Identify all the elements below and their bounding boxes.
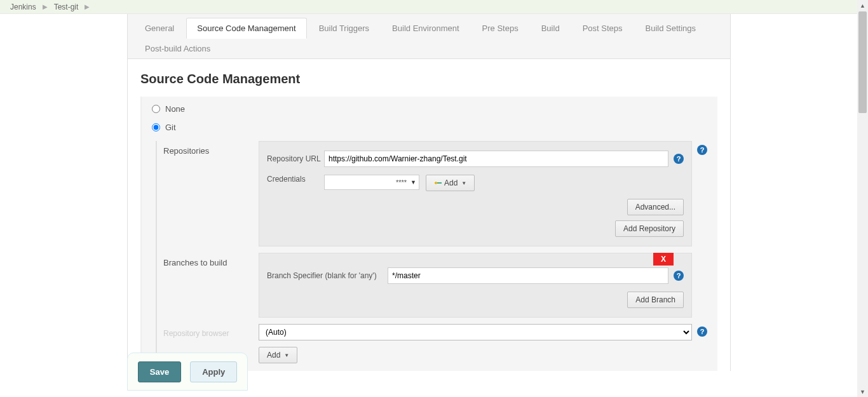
scroll-up-arrow[interactable]: ▲ bbox=[857, 0, 868, 11]
advanced-button[interactable]: Advanced... bbox=[627, 199, 684, 215]
credentials-label: Credentials bbox=[267, 175, 324, 184]
repositories-label: Repositories bbox=[163, 141, 259, 246]
page-title: Source Code Management bbox=[140, 72, 717, 86]
add-behaviour-label: Add bbox=[267, 351, 280, 360]
chevron-right-icon: ▶ bbox=[85, 3, 90, 10]
radio-git[interactable] bbox=[152, 123, 160, 131]
repo-url-input[interactable] bbox=[324, 151, 668, 167]
footer-actions: Save Apply bbox=[127, 353, 248, 391]
tab-pre-steps[interactable]: Pre Steps bbox=[471, 18, 529, 38]
add-repository-button[interactable]: Add Repository bbox=[615, 220, 684, 237]
add-behaviour-button[interactable]: Add ▼ bbox=[259, 347, 297, 363]
apply-button[interactable]: Apply bbox=[190, 361, 237, 382]
config-panel: General Source Code Management Build Tri… bbox=[127, 14, 731, 371]
branches-label: Branches to build bbox=[163, 253, 259, 318]
scroll-down-arrow[interactable]: ▼ bbox=[857, 386, 868, 397]
repo-browser-select[interactable]: (Auto) bbox=[259, 324, 692, 340]
delete-branch-button[interactable]: X bbox=[653, 253, 674, 266]
tab-build-env[interactable]: Build Environment bbox=[381, 18, 470, 38]
scm-radio-none[interactable]: None bbox=[152, 104, 707, 114]
tab-build[interactable]: Build bbox=[531, 18, 571, 38]
tab-scm[interactable]: Source Code Management bbox=[186, 18, 306, 39]
branch-spec-label: Branch Specifier (blank for 'any') bbox=[267, 271, 388, 280]
key-icon bbox=[434, 180, 442, 185]
tab-build-triggers[interactable]: Build Triggers bbox=[308, 18, 380, 38]
add-credentials-button[interactable]: Add ▼ bbox=[426, 175, 475, 191]
radio-git-label: Git bbox=[165, 123, 176, 132]
chevron-down-icon: ▼ bbox=[410, 179, 416, 185]
add-cred-label: Add bbox=[444, 178, 458, 187]
chevron-right-icon: ▶ bbox=[43, 3, 48, 10]
scroll-thumb[interactable] bbox=[858, 11, 867, 113]
credentials-select[interactable]: **** ▼ bbox=[324, 175, 419, 190]
credentials-value: **** bbox=[396, 178, 407, 186]
breadcrumb: Jenkins ▶ Test-git ▶ bbox=[0, 0, 868, 14]
help-icon[interactable]: ? bbox=[697, 145, 707, 155]
repo-browser-label: Repository browser bbox=[163, 326, 259, 338]
help-icon[interactable]: ? bbox=[674, 271, 684, 281]
tab-general[interactable]: General bbox=[134, 18, 185, 38]
outer-scrollbar[interactable]: ▲ ▼ bbox=[857, 0, 868, 397]
content-area: Source Code Management None Git Reposito… bbox=[128, 59, 730, 371]
save-button[interactable]: Save bbox=[138, 361, 181, 382]
tab-post-build[interactable]: Post-build Actions bbox=[134, 38, 221, 58]
scm-form: None Git Repositories Repository URL bbox=[140, 97, 717, 371]
branch-spec-input[interactable] bbox=[388, 267, 668, 284]
scm-radio-git[interactable]: Git bbox=[152, 123, 707, 132]
branch-panel: X Branch Specifier (blank for 'any') ? A… bbox=[259, 253, 692, 318]
chevron-down-icon: ▼ bbox=[461, 180, 466, 186]
radio-none[interactable] bbox=[152, 105, 160, 113]
radio-none-label: None bbox=[165, 104, 185, 114]
tab-build-settings[interactable]: Build Settings bbox=[635, 18, 707, 38]
chevron-down-icon: ▼ bbox=[284, 353, 289, 358]
repo-url-label: Repository URL bbox=[267, 154, 324, 163]
repository-panel: Repository URL ? Credentials **** ▼ bbox=[259, 141, 692, 246]
breadcrumb-root[interactable]: Jenkins bbox=[10, 3, 36, 11]
help-icon[interactable]: ? bbox=[697, 326, 707, 337]
git-config-block: Repositories Repository URL ? Credential… bbox=[156, 141, 707, 363]
add-branch-button[interactable]: Add Branch bbox=[627, 292, 684, 308]
tab-bar: General Source Code Management Build Tri… bbox=[128, 14, 730, 59]
tab-post-steps[interactable]: Post Steps bbox=[572, 18, 634, 38]
help-icon[interactable]: ? bbox=[674, 154, 684, 164]
breadcrumb-item[interactable]: Test-git bbox=[54, 3, 79, 11]
